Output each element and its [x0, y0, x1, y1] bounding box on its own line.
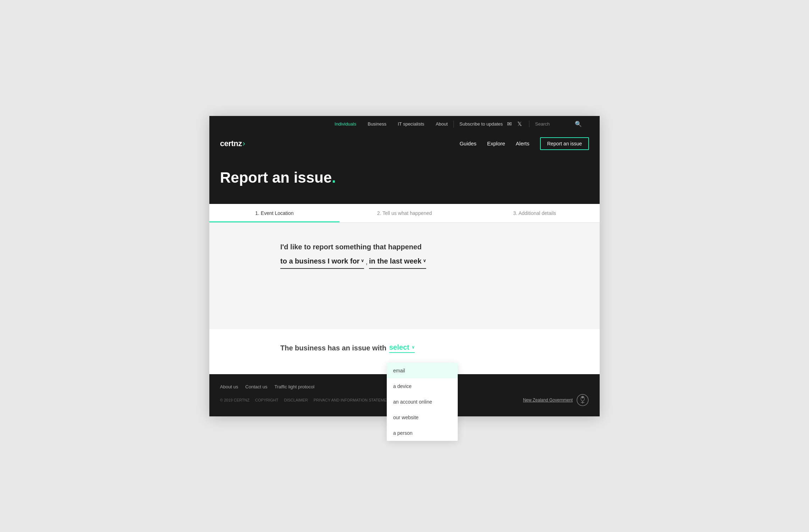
sentence-line2: to a business I work for ∨ , in the last…: [280, 255, 529, 269]
hero-section: Report an issue.: [209, 155, 600, 204]
main-header: certnz › Guides Explore Alerts Report an…: [209, 132, 600, 155]
who-dropdown[interactable]: to a business I work for ∨: [280, 255, 364, 269]
steps-bar: 1. Event Location 2. Tell us what happen…: [209, 204, 600, 223]
search-icon[interactable]: 🔍: [573, 121, 583, 127]
dropdown-option-website[interactable]: our website: [387, 410, 458, 425]
svg-point-4: [582, 396, 584, 398]
nzgov-crest-icon: [576, 394, 589, 406]
nav-it-specialists[interactable]: IT specialists: [392, 116, 430, 132]
search-section: 🔍: [529, 121, 589, 127]
hero-title: Report an issue.: [220, 169, 589, 186]
step-3[interactable]: 3. Additional details: [469, 204, 600, 222]
footer-contact[interactable]: Contact us: [245, 384, 267, 389]
logo-arrow-icon: ›: [243, 139, 245, 148]
logo-text: certnz: [220, 139, 242, 148]
copyright-certnz: © 2019 CERTNZ: [220, 398, 249, 402]
sentence-builder: I'd like to report something that happen…: [280, 240, 529, 269]
select-chevron-icon: ∨: [412, 345, 415, 350]
nav-individuals[interactable]: Individuals: [329, 116, 362, 132]
dropdown-option-person[interactable]: a person: [387, 425, 458, 441]
who-chevron-icon: ∨: [361, 257, 364, 265]
step-1-label: 1. Event Location: [255, 210, 293, 216]
nzgov-branding: New Zealand Government: [523, 394, 589, 406]
header-nav: Guides Explore Alerts Report an issue: [459, 137, 589, 150]
footer-copyright: © 2019 CERTNZ COPYRIGHT DISCLAIMER PRIVA…: [220, 398, 392, 402]
footer-tlp[interactable]: Traffic light protocol: [274, 384, 314, 389]
hero-title-text: Report an issue: [220, 169, 332, 186]
dropdown-option-device[interactable]: a device: [387, 378, 458, 394]
disclaimer-link[interactable]: DISCLAIMER: [284, 398, 308, 402]
nav-about[interactable]: About: [430, 116, 453, 132]
issue-select[interactable]: select ∨: [389, 343, 415, 353]
when-dropdown[interactable]: in the last week ∨: [369, 255, 426, 269]
twitter-icon[interactable]: 𝕏: [516, 121, 523, 127]
search-input[interactable]: [535, 121, 571, 127]
issue-dropdown-menu: email a device an account online our web…: [387, 363, 458, 441]
dropdown-option-email[interactable]: email: [387, 363, 458, 378]
second-section: The business has an issue with select ∨ …: [209, 329, 600, 374]
when-dropdown-label: in the last week: [369, 255, 422, 267]
email-icon[interactable]: ✉: [506, 121, 513, 127]
step-1[interactable]: 1. Event Location: [209, 204, 340, 222]
issue-sentence-text: The business has an issue with: [280, 344, 386, 352]
nav-alerts[interactable]: Alerts: [516, 140, 529, 146]
copyright-link[interactable]: COPYRIGHT: [255, 398, 278, 402]
nav-guides[interactable]: Guides: [459, 140, 477, 146]
nav-explore[interactable]: Explore: [487, 140, 505, 146]
privacy-link[interactable]: PRIVACY AND INFORMATION STATEMENT: [314, 398, 392, 402]
top-nav: Individuals Business IT specialists Abou…: [209, 116, 600, 132]
subscribe-section: Subscribe to updates ✉ 𝕏: [454, 121, 529, 127]
logo[interactable]: certnz ›: [220, 139, 245, 148]
when-chevron-icon: ∨: [423, 257, 426, 265]
step-3-label: 3. Additional details: [513, 210, 556, 216]
nzgov-text[interactable]: New Zealand Government: [523, 398, 573, 403]
step-2[interactable]: 2. Tell us what happened: [340, 204, 470, 222]
footer-about[interactable]: About us: [220, 384, 238, 389]
select-placeholder-text: select: [389, 343, 409, 351]
dropdown-option-account[interactable]: an account online: [387, 394, 458, 410]
who-dropdown-label: to a business I work for: [280, 255, 359, 267]
hero-dot: .: [332, 169, 336, 186]
sentence-line1: I'd like to report something that happen…: [280, 240, 529, 253]
issue-sentence: The business has an issue with select ∨: [280, 343, 529, 353]
nav-business[interactable]: Business: [362, 116, 392, 132]
step-2-label: 2. Tell us what happened: [377, 210, 432, 216]
browser-window: Individuals Business IT specialists Abou…: [209, 116, 600, 416]
report-issue-button[interactable]: Report an issue: [540, 137, 589, 150]
step-1-underline: [209, 221, 340, 222]
subscribe-label: Subscribe to updates: [459, 121, 503, 127]
comma-separator: ,: [365, 255, 368, 268]
top-nav-links: Individuals Business IT specialists Abou…: [329, 116, 589, 132]
form-area: I'd like to report something that happen…: [209, 223, 600, 329]
